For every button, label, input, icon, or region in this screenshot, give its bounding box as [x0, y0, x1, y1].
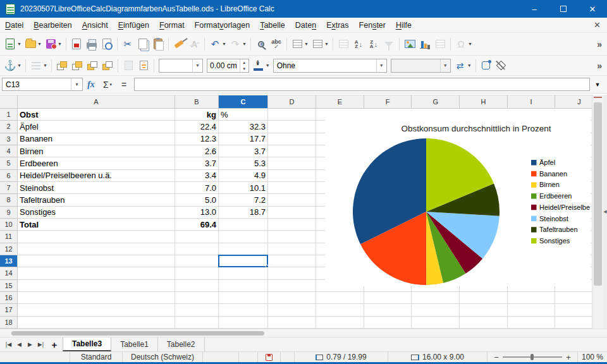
- row-header-16[interactable]: 16: [0, 292, 18, 304]
- page-style-segment[interactable]: Standard: [70, 352, 122, 362]
- column-header-A[interactable]: A: [18, 95, 175, 109]
- cell-D1[interactable]: [268, 109, 316, 121]
- cell-C5[interactable]: 5.3: [219, 157, 268, 169]
- sort-descending-icon[interactable]: ZA↓: [366, 37, 381, 52]
- cell-A1[interactable]: Obst: [18, 109, 175, 121]
- row-header-1[interactable]: 1: [0, 109, 18, 121]
- cell-D18[interactable]: [268, 317, 316, 329]
- cell-A5[interactable]: Erdbeeren: [18, 157, 175, 169]
- cell-C18[interactable]: [219, 317, 268, 329]
- horizontal-scrollbar[interactable]: [0, 329, 607, 337]
- chevron-down-icon[interactable]: ▾: [440, 59, 450, 72]
- name-box[interactable]: C13 ▾: [2, 78, 83, 91]
- menu-item-formatvorlagen[interactable]: Formatvorlagen: [190, 19, 255, 32]
- insert-column-icon[interactable]: [310, 37, 325, 52]
- cell-B3[interactable]: 12.3: [175, 133, 219, 145]
- cell-D13[interactable]: [268, 255, 316, 267]
- cell-D16[interactable]: [268, 292, 316, 304]
- split-window-handle[interactable]: [594, 95, 602, 98]
- cell-D4[interactable]: [268, 145, 316, 157]
- cell-A13[interactable]: [18, 255, 175, 267]
- find-replace-icon[interactable]: a: [254, 37, 269, 52]
- cell-C6[interactable]: 4.9: [219, 170, 268, 182]
- function-wizard-button[interactable]: fx: [83, 78, 99, 92]
- cell-A3[interactable]: Bananen: [18, 133, 175, 145]
- chevron-down-icon[interactable]: ▾: [110, 82, 113, 87]
- arrow-style-icon[interactable]: ⇄: [453, 58, 468, 73]
- zoom-in-button[interactable]: +: [565, 353, 572, 362]
- sheet-tab-tabelle1[interactable]: Tabelle1: [111, 337, 158, 351]
- cell-A17[interactable]: [18, 304, 175, 316]
- cell-C2[interactable]: 32.3: [219, 121, 268, 133]
- cell-B15[interactable]: [175, 280, 219, 292]
- row-header-7[interactable]: 7: [0, 182, 18, 194]
- cell-A9[interactable]: Sonstiges: [18, 207, 175, 219]
- copy-icon[interactable]: [135, 37, 150, 52]
- to-background-icon[interactable]: [136, 58, 151, 73]
- cell-I18[interactable]: [508, 317, 556, 329]
- row-header-3[interactable]: 3: [0, 133, 18, 145]
- sheet-nav-last-icon[interactable]: ▶|: [35, 337, 46, 351]
- cell-B9[interactable]: 13.0: [175, 207, 219, 219]
- zoom-level-segment[interactable]: 100 %: [577, 352, 607, 362]
- cell-D5[interactable]: [268, 157, 316, 169]
- transformations-icon[interactable]: [479, 58, 494, 73]
- column-header-I[interactable]: I: [508, 95, 556, 109]
- chevron-down-icon[interactable]: ▾: [192, 59, 202, 72]
- cell-B10[interactable]: 69.4: [175, 219, 219, 231]
- sheet-nav-first-icon[interactable]: |◀: [3, 337, 14, 351]
- horizontal-scrollbar-thumb[interactable]: [11, 331, 264, 336]
- insert-chart-icon[interactable]: [417, 37, 432, 52]
- menu-item-daten[interactable]: Daten: [290, 19, 321, 32]
- row-header-17[interactable]: 17: [0, 304, 18, 316]
- cell-C7[interactable]: 10.1: [219, 182, 268, 194]
- formula-input[interactable]: [134, 78, 590, 91]
- row-header-10[interactable]: 10: [0, 219, 18, 231]
- cell-A8[interactable]: Tafeltrauben: [18, 194, 175, 206]
- menu-item-format[interactable]: Format: [154, 19, 190, 32]
- cell-C14[interactable]: [219, 267, 268, 279]
- zoom-slider-thumb[interactable]: [530, 354, 534, 360]
- add-sheet-button[interactable]: +: [46, 337, 63, 351]
- language-segment[interactable]: Deutsch (Schweiz): [122, 352, 202, 362]
- spinner-buttons[interactable]: ▲▼: [240, 59, 248, 72]
- cell-C16[interactable]: [219, 292, 268, 304]
- cell-A14[interactable]: [18, 267, 175, 279]
- open-icon[interactable]: [23, 37, 38, 52]
- close-document-icon[interactable]: ✕: [594, 20, 601, 30]
- cell-A10[interactable]: Total: [18, 219, 175, 231]
- menu-item-extras[interactable]: Extras: [321, 19, 353, 32]
- cell-J17[interactable]: [555, 304, 592, 316]
- cell-B6[interactable]: 3.4: [175, 170, 219, 182]
- row-header-5[interactable]: 5: [0, 157, 18, 169]
- cell-E18[interactable]: [316, 317, 364, 329]
- line-width-spinner[interactable]: 0.00 cm▲▼: [207, 59, 249, 73]
- cell-F17[interactable]: [364, 304, 412, 316]
- cell-B7[interactable]: 7.0: [175, 182, 219, 194]
- cell-B11[interactable]: [175, 231, 219, 243]
- send-to-back-icon[interactable]: [100, 58, 115, 73]
- select-sum-button[interactable]: Σ▾: [99, 78, 116, 92]
- cell-F18[interactable]: [364, 317, 412, 329]
- cell-D3[interactable]: [268, 133, 316, 145]
- cell-G17[interactable]: [412, 304, 460, 316]
- area-color-combo[interactable]: ▾: [391, 59, 451, 73]
- row-header-2[interactable]: 2: [0, 121, 18, 133]
- export-pdf-icon[interactable]: [69, 37, 84, 52]
- close-button[interactable]: ✕: [578, 0, 607, 18]
- cell-B14[interactable]: [175, 267, 219, 279]
- cell-C8[interactable]: 7.2: [219, 194, 268, 206]
- cell-D15[interactable]: [268, 280, 316, 292]
- cell-B16[interactable]: [175, 292, 219, 304]
- cell-F16[interactable]: [364, 292, 412, 304]
- expand-formula-bar-icon[interactable]: ▼: [590, 82, 605, 88]
- vertical-scrollbar-thumb[interactable]: [594, 102, 602, 286]
- cell-C15[interactable]: [219, 280, 268, 292]
- cell-B2[interactable]: 22.4: [175, 121, 219, 133]
- cell-D12[interactable]: [268, 243, 316, 255]
- minimize-button[interactable]: –: [520, 0, 549, 18]
- cell-B12[interactable]: [175, 243, 219, 255]
- select-all-corner[interactable]: [0, 95, 18, 109]
- row-header-11[interactable]: 11: [0, 231, 18, 243]
- cell-H18[interactable]: [460, 317, 508, 329]
